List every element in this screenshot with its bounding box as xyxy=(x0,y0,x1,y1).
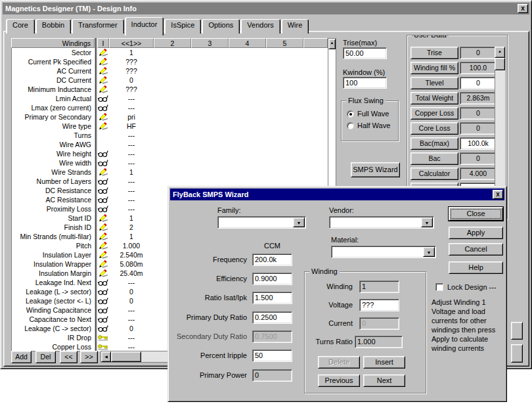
column-header-1[interactable]: <<1>> xyxy=(109,38,154,48)
tab-wire[interactable]: Wire xyxy=(281,19,309,34)
table-button-[interactable]: << xyxy=(60,351,78,363)
user-data-label-core-loss[interactable]: Core Loss xyxy=(410,122,458,135)
windings-column-header[interactable]: Windings xyxy=(11,38,95,48)
scroll-up-icon[interactable]: ▲ xyxy=(328,39,336,49)
cell-value[interactable]: 0 xyxy=(109,76,154,85)
table-row: --- xyxy=(97,94,328,103)
cell-value[interactable]: 2.540m xyxy=(109,250,154,259)
cell-value[interactable]: HF xyxy=(109,122,154,131)
tab-isspice[interactable]: IsSpice xyxy=(164,19,201,34)
user-data-label-bac[interactable]: Bac xyxy=(410,152,458,165)
param-input-primary-duty-ratio[interactable]: 0.2500 xyxy=(252,311,292,324)
user-data-label-tlevel[interactable]: Tlevel xyxy=(410,77,458,89)
column-header-2[interactable]: 2 xyxy=(154,38,191,48)
user-data-label-winding-fill[interactable]: Winding fill % xyxy=(410,62,458,74)
dialog-titlebar[interactable]: FlyBack SMPS Wizard xyxy=(170,189,504,200)
table-button-add[interactable]: Add xyxy=(11,351,32,363)
close-button[interactable]: Close xyxy=(449,207,503,221)
winding-field-input-voltage[interactable]: ??? xyxy=(359,299,399,311)
pencil-icon xyxy=(97,122,109,131)
param-input-efficiency[interactable]: 0.9000 xyxy=(252,273,292,285)
chevron-down-icon[interactable]: ▼ xyxy=(423,247,435,257)
cell-value[interactable]: 25.40m xyxy=(109,269,154,278)
cell-value[interactable]: 1.000 xyxy=(109,241,154,250)
table-row: 1 xyxy=(97,168,328,177)
tab-inductor[interactable]: Inductor xyxy=(125,17,164,35)
tab-bobbin[interactable]: Bobbin xyxy=(35,19,71,34)
column-header-4[interactable]: 4 xyxy=(229,38,266,48)
table-horizontal-scrollbar[interactable]: ◀ xyxy=(100,351,170,363)
cell-value: --- xyxy=(109,186,154,195)
table-row: --- xyxy=(97,103,328,112)
main-close-button[interactable]: x xyxy=(518,4,528,13)
user-data-label-bac-max[interactable]: Bac(max) xyxy=(410,137,458,150)
cell-value[interactable]: ??? xyxy=(109,66,154,76)
cell-value: 0 xyxy=(109,287,154,296)
cancel-button[interactable]: Cancel xyxy=(449,243,503,256)
cell-value[interactable]: 1 xyxy=(109,213,154,223)
winding-field-input-winding[interactable]: 1 xyxy=(359,281,399,293)
trise-max-input[interactable]: 50.00 xyxy=(343,47,387,59)
user-data-label-copper-loss[interactable]: Copper Loss xyxy=(410,107,458,120)
winding-row-label: Primary or Secondary xyxy=(12,112,95,122)
column-header-5[interactable]: 5 xyxy=(266,38,303,48)
cell-value[interactable]: ??? xyxy=(109,57,154,66)
vendor-combobox[interactable]: Fair-Rite ▼ xyxy=(329,216,434,229)
empty-icon-cell xyxy=(97,140,109,149)
user-data-scroll-thumb[interactable] xyxy=(495,58,505,70)
previous-button[interactable]: Previous xyxy=(318,374,360,387)
apply-button[interactable]: Apply xyxy=(449,227,503,239)
cell-value[interactable]: pri xyxy=(109,112,154,122)
hscroll-thumb[interactable] xyxy=(111,351,141,362)
cell-value[interactable]: 1 xyxy=(109,48,154,57)
smps-wizard-button[interactable]: SMPS Wizard xyxy=(351,162,400,177)
cell-value[interactable]: 1 xyxy=(109,232,154,241)
param-input-percent-iripple[interactable]: 50 xyxy=(252,349,292,362)
family-combobox[interactable]: ETD Ferrite ▼ xyxy=(217,216,306,229)
user-data-value-tlevel[interactable]: 0 xyxy=(460,77,497,89)
table-button-del[interactable]: Del xyxy=(35,351,56,363)
cell-value[interactable]: 5.080m xyxy=(109,259,154,269)
user-data-label-calculator[interactable]: Calculator xyxy=(410,168,458,180)
cell-value: --- xyxy=(109,131,154,140)
insert-button[interactable]: Insert xyxy=(363,356,405,369)
scroll-left-icon[interactable]: ◀ xyxy=(101,351,111,362)
param-input-frequency[interactable]: 200.0k xyxy=(252,254,292,266)
tab-transformer[interactable]: Transformer xyxy=(72,19,124,34)
scroll-up-icon[interactable]: ▲ xyxy=(495,47,505,58)
cell-value[interactable]: 1 xyxy=(109,168,154,177)
winding-row-label: Capacitance to Next xyxy=(12,315,95,324)
chevron-down-icon[interactable]: ▼ xyxy=(421,217,433,227)
user-data-label-total-weight[interactable]: Total Weight xyxy=(410,92,458,104)
dialog-title: FlyBack SMPS Wizard xyxy=(173,191,248,198)
hscroll-track[interactable] xyxy=(141,351,169,362)
tab-vendors[interactable]: Vendors xyxy=(240,19,280,34)
column-header-i[interactable]: I xyxy=(97,38,109,48)
user-data-value-winding-fill: 100.0 xyxy=(460,62,497,74)
main-titlebar[interactable]: Magnetics Designer (TM) - Design Info xyxy=(3,3,529,14)
radio-half-wave[interactable] xyxy=(347,122,354,129)
user-data-value-bac-max[interactable]: 100.0k xyxy=(460,137,497,150)
cell-value[interactable]: 2 xyxy=(109,223,154,232)
cell-value[interactable]: ??? xyxy=(109,85,154,94)
lock-design-checkbox[interactable] xyxy=(435,283,443,291)
next-button[interactable]: Next xyxy=(363,374,405,387)
param-input-ratio-isat-ipk[interactable]: 1.500 xyxy=(252,292,292,304)
pencil-icon xyxy=(97,241,109,250)
help-button[interactable]: Help xyxy=(449,261,503,274)
chevron-down-icon[interactable]: ▼ xyxy=(293,217,305,227)
radio-full-wave[interactable] xyxy=(347,110,354,118)
material-combobox[interactable]: 77_10100K_100C ▼ xyxy=(331,246,436,258)
tab-core[interactable]: Core xyxy=(6,19,35,34)
table-row: ??? xyxy=(97,85,328,94)
pencil-icon xyxy=(97,85,109,94)
column-header-3[interactable]: 3 xyxy=(191,38,229,48)
tab-options[interactable]: Options xyxy=(202,19,240,34)
user-data-label-trise[interactable]: Trise xyxy=(410,47,458,59)
kwindow-input[interactable]: 100 xyxy=(343,77,387,89)
table-button-[interactable]: >> xyxy=(80,351,98,363)
winding-field-input-turns-ratio[interactable]: 1.000 xyxy=(355,336,403,348)
winding-row-label: Lmin Actual xyxy=(12,94,95,103)
glasses-icon xyxy=(97,186,109,195)
dialog-close-icon[interactable]: x xyxy=(493,190,503,199)
